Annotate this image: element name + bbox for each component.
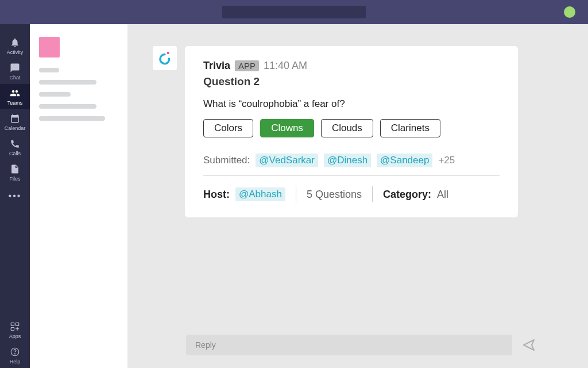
nav-label: Teams (7, 100, 23, 106)
nav-label: Apps (9, 334, 21, 339)
submitted-label: Submitted: (203, 155, 250, 166)
channel-list (30, 24, 127, 368)
separator (372, 186, 373, 202)
svg-point-5 (167, 52, 169, 54)
nav-apps[interactable]: Apps (0, 317, 30, 343)
category-item: Category: All (383, 189, 448, 201)
nav-label: Calls (9, 151, 21, 156)
nav-label: Chat (9, 75, 20, 80)
category-value: All (437, 189, 448, 201)
user-mention[interactable]: @VedSarkar (256, 154, 318, 167)
bell-icon (10, 37, 20, 48)
team-avatar[interactable] (39, 37, 60, 57)
nav-files[interactable]: Files (0, 160, 30, 185)
reply-row (186, 335, 536, 355)
nav-label: Help (10, 359, 21, 365)
nav-activity[interactable]: Activity (0, 33, 30, 59)
host-mention[interactable]: @Abhash (235, 187, 285, 201)
apps-icon (10, 321, 20, 332)
svg-rect-2 (11, 328, 14, 331)
trivia-app-avatar[interactable] (153, 46, 177, 70)
host-item: Host: @Abhash (203, 187, 285, 201)
list-placeholder (39, 68, 59, 72)
nav-more[interactable]: ••• (9, 185, 22, 207)
nav-label: Files (9, 176, 20, 182)
user-mention[interactable]: @Sandeep (377, 154, 432, 167)
chat-icon (10, 63, 20, 73)
app-badge: APP (235, 60, 259, 71)
svg-point-4 (15, 354, 16, 354)
nav-teams[interactable]: Teams (0, 84, 30, 109)
search-bar[interactable] (222, 6, 366, 18)
nav-help[interactable]: Help (0, 343, 30, 368)
chat-main: Trivia APP 11:40 AM Question 2 What is “… (127, 24, 588, 368)
meta-row: Host: @Abhash 5 Questions Category: All (203, 186, 500, 202)
question-count: 5 Questions (307, 189, 362, 201)
nav-chat[interactable]: Chat (0, 59, 30, 84)
presence-indicator[interactable] (564, 6, 575, 18)
separator (296, 186, 296, 202)
timestamp: 11:40 AM (264, 60, 307, 72)
nav-calls[interactable]: Calls (0, 135, 30, 160)
phone-icon (10, 139, 20, 149)
submitted-more: +25 (438, 155, 455, 166)
file-icon (10, 164, 20, 174)
nav-rail: Activity Chat Teams Calendar (0, 24, 30, 368)
send-button[interactable] (521, 338, 536, 352)
reply-input[interactable] (186, 335, 512, 355)
host-label: Host: (203, 189, 230, 201)
nav-label: Calendar (5, 125, 26, 131)
question-text: What is “coulrophobia” a fear of? (203, 98, 500, 110)
nav-calendar[interactable]: Calendar (0, 109, 30, 135)
nav-label: Activity (7, 49, 24, 55)
message: Trivia APP 11:40 AM Question 2 What is “… (153, 46, 554, 217)
user-mention[interactable]: @Dinesh (324, 154, 371, 167)
list-placeholder (39, 104, 96, 109)
help-icon (10, 347, 20, 357)
svg-rect-0 (11, 323, 14, 325)
top-bar (0, 0, 588, 24)
question-title: Question 2 (203, 75, 500, 88)
calendar-icon (10, 113, 20, 124)
option-0[interactable]: Colors (203, 119, 253, 137)
svg-rect-1 (16, 323, 19, 325)
list-placeholder (39, 80, 96, 85)
list-placeholder (39, 116, 105, 121)
category-label: Category: (383, 189, 431, 201)
answer-options: Colors Clowns Clouds Clarinets (203, 119, 500, 137)
option-3[interactable]: Clarinets (380, 119, 440, 137)
option-2[interactable]: Clouds (321, 119, 373, 137)
submitted-row: Submitted: @VedSarkar @Dinesh @Sandeep +… (203, 154, 500, 176)
card-header: Trivia APP 11:40 AM (203, 60, 500, 72)
app-name: Trivia (203, 60, 230, 72)
teams-icon (10, 88, 20, 98)
trivia-card: Trivia APP 11:40 AM Question 2 What is “… (185, 46, 518, 217)
option-1[interactable]: Clowns (260, 119, 314, 137)
list-placeholder (39, 92, 71, 97)
